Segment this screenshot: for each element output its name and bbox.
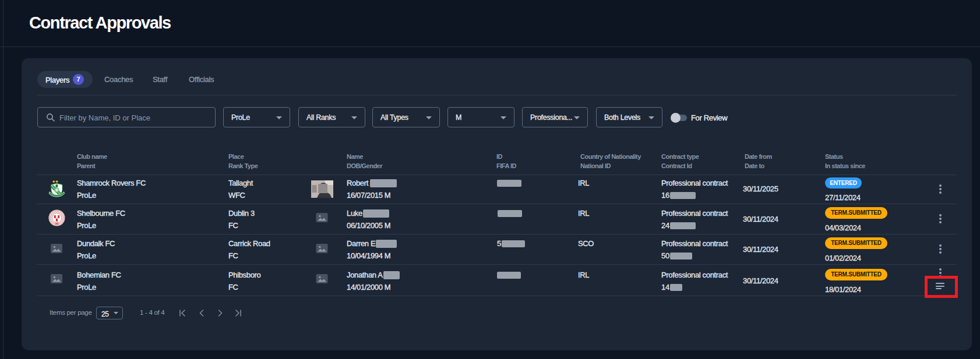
svg-text:1895: 1895: [55, 223, 59, 225]
